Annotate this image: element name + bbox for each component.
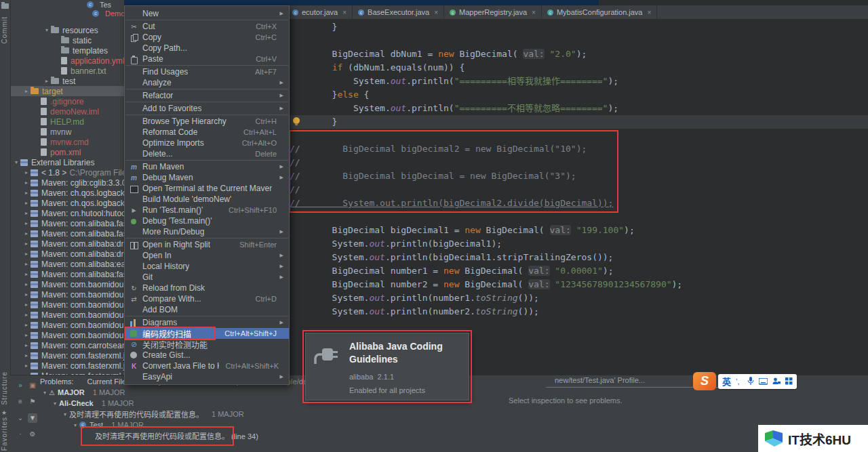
problem-tree-row[interactable]: 及时清理不再使用的代码段或配置信息。 (line 34) [87,430,258,441]
keyboard-icon[interactable] [759,378,768,385]
panel-tool-icon[interactable]: ⚙ [28,430,37,439]
sogou-logo-icon[interactable]: S [693,372,716,390]
problem-tree-row[interactable]: ▾⚠MAJOR1 MAJOR [41,387,125,398]
chevron-icon[interactable]: ▾ [51,400,59,407]
chevron-icon[interactable]: ▸ [22,190,31,196]
tree-item[interactable]: ▸Maven: com.baomidou:m [10,300,125,310]
menu-item[interactable]: Add to Favorites▶ [125,103,289,114]
chevron-icon[interactable]: ▸ [22,352,31,358]
menu-item[interactable]: Refactor▶ [125,90,289,101]
close-tab-icon[interactable]: × [648,9,652,16]
tree-item[interactable]: ▸test [10,76,125,86]
tree-item[interactable]: ▾resources [10,25,125,35]
tree-item[interactable]: ▸Maven: com.alibaba.fastj [10,218,125,228]
menu-item[interactable]: PasteCtrl+V [125,54,289,64]
panel-tool-icon[interactable]: ⚑ [28,397,37,407]
tree-item[interactable]: ▸Maven: com.fasterxml.jac [10,350,125,361]
menu-item[interactable]: Optimize ImportsCtrl+Alt+O [125,138,289,148]
menu-item[interactable]: Create Gist... [125,350,289,361]
tree-item[interactable]: templates [10,45,125,56]
menu-item[interactable]: ✂CutCtrl+X [125,21,289,32]
menu-item[interactable]: Copy Path... [125,43,289,54]
chevron-icon[interactable]: ▸ [22,200,31,206]
chevron-icon[interactable]: ▾ [43,27,51,33]
menu-item[interactable]: Open In▶ [125,250,289,261]
chevron-icon[interactable]: ▸ [22,180,31,186]
panel-tool-icon[interactable]: ▣ [28,381,37,390]
close-tab-icon[interactable]: × [342,9,347,16]
menu-item[interactable]: ↻Reload from Disk [125,283,289,293]
menu-item[interactable]: mDebug Maven▶ [125,172,289,183]
chevron-icon[interactable]: ▸ [22,230,31,237]
chevron-icon[interactable]: ▾ [61,411,69,417]
tree-item[interactable]: ▸Maven: com.fasterxml.jac [10,361,125,371]
ime-punctuation-icon[interactable]: ’, [736,377,743,386]
menu-item[interactable]: ▶Run 'Test.main()'Ctrl+Shift+F10 [125,205,289,215]
tree-item[interactable]: .gitignore [10,96,125,106]
tree-item[interactable]: ▸Maven: com.alibaba:easy [10,259,125,269]
editor-tab[interactable]: cBaseExecutor.java× [353,5,444,19]
editor-tab[interactable]: cMapperRegistry.java× [444,5,542,19]
chevron-icon[interactable]: ▸ [22,281,31,287]
menu-item[interactable]: ⊘关闭实时检测功能 [125,339,289,350]
tree-item[interactable]: ▸Maven: ch.qos.logback:lo [10,198,125,208]
tree-item[interactable]: ▾External Libraries [10,157,125,167]
editor-tab[interactable]: cMybatisConfiguration.java× [542,5,657,19]
code-area[interactable]: } BigDecimal dbNum1 = new BigDecimal( va… [290,20,682,319]
chevron-icon[interactable]: ▸ [22,251,31,257]
menu-item[interactable]: New▶ [125,8,289,19]
close-tab-icon[interactable]: × [434,9,438,16]
panel-tool-icon[interactable]: · [16,430,25,439]
chevron-icon[interactable]: ▾ [71,422,79,428]
panel-tool-icon[interactable]: ▼ [28,413,37,423]
tab-problems[interactable]: Problems: [40,377,74,386]
ime-language-toggle[interactable]: 英 [722,375,731,388]
panel-tool-icon[interactable]: ⌄ [16,413,25,423]
menu-item[interactable]: Find UsagesAlt+F7 [125,66,289,77]
menu-item[interactable]: Reformat CodeCtrl+Alt+L [125,127,289,138]
chevron-icon[interactable]: ▸ [22,332,31,338]
tree-item[interactable]: ▸Maven: com.alibaba:drui [10,249,125,259]
chevron-icon[interactable]: ▸ [22,271,31,277]
tree-item[interactable]: ▸Maven: com.alibaba:fastj [10,269,125,279]
tree-item[interactable]: ▸< 1.8 >C:\Program Files [10,167,125,178]
menu-item[interactable]: Debug 'Test.main()' [125,215,289,226]
chevron-icon[interactable]: ▸ [22,88,31,94]
tree-item[interactable]: ▸Maven: com.alibaba:drui [10,239,125,249]
chevron-icon[interactable]: ▸ [22,210,31,216]
profile-icon[interactable] [772,377,781,386]
editor-tab[interactable]: cecutor.java× [287,5,353,19]
menu-item[interactable]: CopyCtrl+C [125,32,289,43]
tree-item[interactable]: demoNew.iml [10,106,125,117]
tree-item[interactable]: ▸Maven: com.baomidou:m [10,330,125,340]
problem-tree-row[interactable]: ▾cTest1 MAJOR [71,419,144,430]
tree-item[interactable]: ▸Maven: com.alibaba.fastj [10,228,125,239]
menu-item[interactable]: Browse Type HierarchyCtrl+H [125,116,289,127]
tree-item[interactable]: ▸Maven: com.baomidou:m [10,310,125,320]
close-tab-icon[interactable]: × [532,9,536,16]
favorites-tool-label[interactable]: Favorites [1,417,8,451]
menu-item[interactable]: Git▶ [125,272,289,283]
menu-item[interactable]: 编码规约扫描Ctrl+Alt+Shift+J [125,328,289,339]
chevron-icon[interactable]: ▸ [43,78,51,84]
tree-item[interactable]: ▸Maven: cglib:cglib:3.3.0 [10,178,125,188]
chevron-icon[interactable]: ▸ [22,220,31,226]
problem-tree-row[interactable]: ▾及时清理不再使用的代码段或配置信息。1 MAJOR [61,409,244,419]
menu-item[interactable]: Open Terminal at the Current Maven Modul… [125,183,289,194]
tree-item[interactable]: banner.txt [10,66,125,76]
panel-tool-icon[interactable]: » [16,381,25,390]
panel-tool-icon[interactable]: ≡ [16,397,25,407]
chevron-icon[interactable]: ▸ [22,169,31,176]
menu-item[interactable]: Analyze▶ [125,77,289,88]
project-tool-icon[interactable] [1,3,9,9]
tree-item[interactable]: mvnw.cmd [10,137,125,147]
tree-item[interactable]: static [10,35,125,45]
structure-tool-label[interactable]: Structure [1,371,8,405]
tree-item[interactable]: ▸Maven: cn.hutool:hutool- [10,208,125,218]
tree-item[interactable]: ▸Maven: ch.qos.logback:lo [10,188,125,198]
tree-item[interactable]: pom.xml [10,147,125,157]
peek-tab-test[interactable]: c Tes [87,1,111,9]
chevron-icon[interactable]: ▸ [22,322,31,328]
chevron-icon[interactable]: ▸ [22,312,31,318]
chevron-icon[interactable]: ▾ [12,159,20,165]
